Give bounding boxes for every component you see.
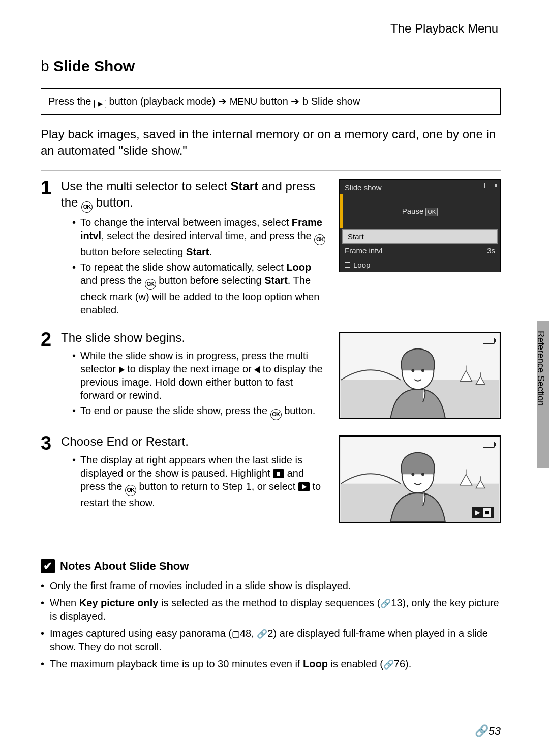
path-text: button (playback mode) xyxy=(109,96,219,107)
left-arrow-icon xyxy=(254,366,260,373)
header-section: The Playback Menu xyxy=(41,20,501,37)
arrow-icon: ➔ xyxy=(218,96,227,107)
step-number: 2 xyxy=(41,327,51,353)
bullet: To repeat the slide show automatically, … xyxy=(72,260,329,316)
svg-point-4 xyxy=(421,369,424,372)
intro-paragraph: Play back images, saved in the internal … xyxy=(41,126,501,159)
reference-link-icon: 🔗 xyxy=(383,660,394,670)
bullet: To change the interval between images, s… xyxy=(72,216,329,258)
step-1: 1 Use the multi selector to select Start… xyxy=(41,178,501,318)
side-section-label: Reference Section xyxy=(535,331,547,406)
cam-row-loop: Loop xyxy=(340,258,500,272)
svg-point-9 xyxy=(421,473,424,476)
reference-link-icon: 🔗 xyxy=(257,629,267,639)
play-icon xyxy=(298,482,310,491)
bullet: To end or pause the slide show, press th… xyxy=(72,404,329,420)
playback-icon: ▶ xyxy=(94,100,106,108)
ok-icon: OK xyxy=(81,201,93,213)
navigation-path-box: Press the ▶ button (playback mode) ➔ MEN… xyxy=(41,88,501,115)
cam-row-start: Start xyxy=(342,229,498,244)
note-item: The maximum playback time is up to 30 mi… xyxy=(50,657,501,671)
ok-pill-icon: OK xyxy=(425,208,438,216)
step-2: 2 The slide show begins. While the slide… xyxy=(41,330,501,422)
step-number: 1 xyxy=(41,175,51,201)
step-heading: The slide show begins. xyxy=(61,330,329,346)
notes-heading: Notes About Slide Show xyxy=(60,559,189,574)
checkbox-icon xyxy=(345,262,350,268)
step-3: 3 Choose End or Restart. The display at … xyxy=(41,433,501,523)
battery-icon xyxy=(483,442,495,448)
title-main: Slide Show xyxy=(53,57,135,74)
svg-point-3 xyxy=(411,369,414,372)
play-icon: ▶ xyxy=(475,508,480,517)
check-badge-icon: ✔ xyxy=(41,559,55,573)
step-heading: Choose End or Restart. xyxy=(61,433,329,450)
ok-icon: OK xyxy=(314,234,325,245)
path-text: Slide show xyxy=(311,96,360,107)
reference-link-icon: 🔗 xyxy=(475,724,489,737)
portrait-scene-icon xyxy=(340,333,500,418)
battery-icon xyxy=(484,183,495,188)
stop-icon xyxy=(273,469,284,478)
ok-icon: OK xyxy=(145,279,156,290)
ok-icon: OK xyxy=(270,409,282,420)
illustration-panel xyxy=(339,332,501,419)
reference-link-icon: 🔗 xyxy=(380,599,391,608)
camera-menu-screenshot: Slide show PauseOK Start Frame intvl3s L… xyxy=(339,179,501,272)
path-text: button xyxy=(260,96,291,107)
note-item: When Key picture only is selected as the… xyxy=(50,596,501,623)
stop-icon: ■ xyxy=(483,508,491,517)
divider xyxy=(41,170,501,171)
accent-bar xyxy=(340,194,343,228)
cam-pause-label: Pause xyxy=(402,207,424,215)
notes-section: ✔ Notes About Slide Show Only the first … xyxy=(41,559,501,671)
illustration-panel: ▶ ■ xyxy=(339,435,501,523)
step-number: 3 xyxy=(41,430,51,456)
bullet: The display at right appears when the la… xyxy=(72,453,329,509)
title-prefix: b xyxy=(41,57,49,74)
arrow-icon: ➔ xyxy=(291,96,299,107)
cam-title: Slide show xyxy=(345,183,382,192)
path-text: b xyxy=(302,96,311,107)
battery-icon xyxy=(483,338,495,344)
bullet: While the slide show is in progress, pre… xyxy=(72,349,329,402)
cam-row-frame: Frame intvl3s xyxy=(340,244,500,257)
step-heading: Use the multi selector to select Start a… xyxy=(61,178,329,213)
playback-controls-overlay: ▶ ■ xyxy=(472,507,494,518)
book-icon: ▢ xyxy=(232,629,240,639)
right-arrow-icon xyxy=(119,366,125,373)
note-item: Images captured using easy panorama (▢48… xyxy=(50,627,501,653)
page-number: 🔗53 xyxy=(475,723,501,739)
note-item: Only the first frame of movies included … xyxy=(50,579,501,592)
svg-point-8 xyxy=(411,473,414,476)
page-title: b Slide Show xyxy=(41,56,501,77)
ok-icon: OK xyxy=(125,485,136,496)
path-text: Press the xyxy=(48,96,94,107)
menu-button-label: MENU xyxy=(230,96,257,107)
